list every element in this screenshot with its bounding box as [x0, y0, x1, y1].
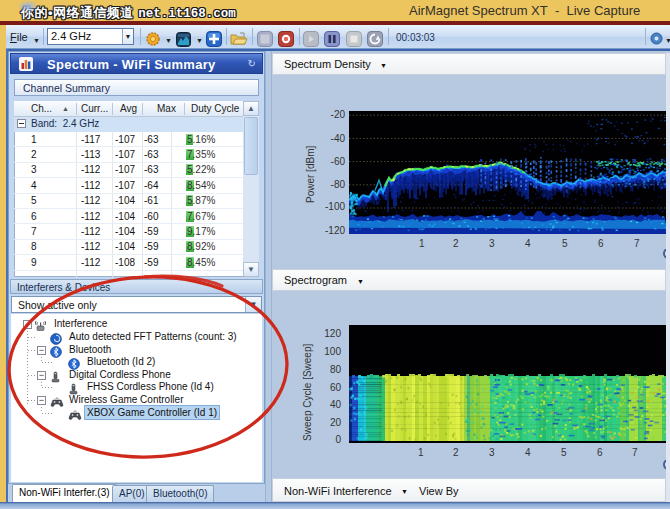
svg-text:Power [dBm]: Power [dBm] [305, 146, 316, 203]
svg-text:Sweep Cycle [Sweep]: Sweep Cycle [Sweep] [302, 344, 313, 441]
